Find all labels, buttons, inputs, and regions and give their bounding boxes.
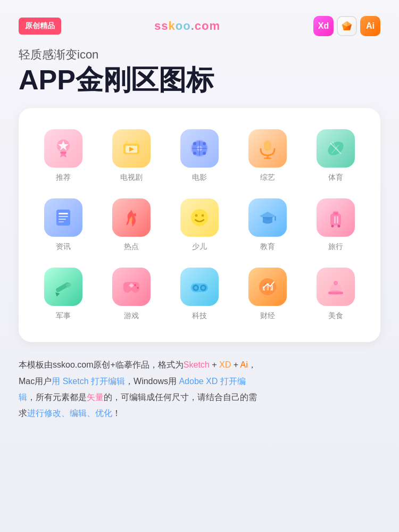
tv-icon xyxy=(112,129,151,168)
list-item: 财经 xyxy=(234,262,302,326)
svg-point-13 xyxy=(135,140,138,144)
page-wrapper: 原创精品 sskoo.com Xd Ai 轻质感渐变icon APP金刚区图标 xyxy=(0,0,399,532)
svg-point-44 xyxy=(338,225,340,228)
tech-label: 科技 xyxy=(192,311,207,321)
finance-label: 财经 xyxy=(260,311,275,321)
svg-rect-40 xyxy=(333,212,338,215)
icon-card: 推荐 电视剧 xyxy=(19,108,380,342)
tuijian-icon xyxy=(44,129,82,168)
mac-sketch-highlight: 用 Sketch 打开编辑 xyxy=(52,377,125,386)
svg-rect-42 xyxy=(337,216,338,223)
svg-point-18 xyxy=(203,142,206,145)
svg-point-38 xyxy=(274,221,277,223)
subtitle: 轻质感渐变icon xyxy=(19,47,380,63)
svg-point-34 xyxy=(195,214,198,217)
vector-highlight: 矢量 xyxy=(87,393,104,402)
svg-point-58 xyxy=(202,286,205,289)
main-title: APP金刚区图标 xyxy=(19,65,380,95)
game-label: 游戏 xyxy=(124,311,139,321)
svg-rect-26 xyxy=(264,157,271,159)
variety-icon xyxy=(248,129,287,168)
game-icon xyxy=(112,268,151,306)
svg-rect-24 xyxy=(264,140,271,151)
list-item: 军事 xyxy=(29,262,97,326)
svg-point-19 xyxy=(193,152,196,155)
ai-badge: Ai xyxy=(360,16,380,36)
svg-rect-49 xyxy=(130,284,133,288)
svg-rect-28 xyxy=(56,210,70,226)
list-item: 游戏 xyxy=(97,262,165,326)
description: 本模板由sskoo.com原创+临摹作品，格式为Sketch + XD + Ai… xyxy=(19,357,380,422)
title-area: 轻质感渐变icon APP金刚区图标 xyxy=(19,47,380,95)
list-item: 综艺 xyxy=(234,124,302,188)
svg-point-51 xyxy=(137,287,139,289)
travel-label: 旅行 xyxy=(328,242,343,252)
list-item: 资讯 xyxy=(29,193,97,257)
military-icon xyxy=(44,268,82,306)
sketch-highlight: Sketch xyxy=(184,360,210,369)
education-icon xyxy=(248,198,287,237)
movie-icon xyxy=(180,129,219,168)
site-logo: sskoo.com xyxy=(154,19,220,33)
list-item: 美食 xyxy=(302,262,370,326)
svg-rect-8 xyxy=(60,152,66,154)
movie-label: 电影 xyxy=(192,173,207,182)
kids-label: 少儿 xyxy=(192,242,207,252)
list-item: 电影 xyxy=(165,124,234,188)
xd-highlight: XD xyxy=(219,360,231,369)
icon-grid: 推荐 电视剧 xyxy=(29,124,370,326)
original-badge: 原创精品 xyxy=(19,18,61,35)
finance-icon xyxy=(248,268,287,306)
tuijian-label: 推荐 xyxy=(56,173,71,182)
variety-label: 综艺 xyxy=(260,173,275,182)
education-label: 教育 xyxy=(260,242,275,252)
svg-rect-63 xyxy=(328,292,343,294)
hot-label: 热点 xyxy=(124,242,139,252)
header: 原创精品 sskoo.com Xd Ai xyxy=(19,16,380,36)
kids-icon xyxy=(180,198,219,237)
hot-icon xyxy=(112,198,151,237)
food-label: 美食 xyxy=(328,311,343,321)
svg-point-57 xyxy=(194,286,197,289)
svg-point-17 xyxy=(193,142,196,145)
list-item: 体育 xyxy=(302,124,370,188)
list-item: 旅行 xyxy=(302,193,370,257)
edit-highlight: 进行修改、编辑、优化 xyxy=(27,409,112,418)
svg-rect-31 xyxy=(59,219,66,220)
news-icon xyxy=(44,198,82,237)
food-icon xyxy=(317,268,355,306)
tool-badges: Xd Ai xyxy=(313,16,380,36)
sports-icon xyxy=(317,129,355,168)
ai-highlight: Ai xyxy=(240,360,248,369)
list-item: 科技 xyxy=(165,262,234,326)
tv-label: 电视剧 xyxy=(120,173,143,182)
military-label: 军事 xyxy=(56,311,71,321)
svg-point-20 xyxy=(203,152,206,155)
travel-icon xyxy=(317,198,355,237)
svg-rect-30 xyxy=(59,216,68,217)
svg-rect-32 xyxy=(59,221,64,222)
list-item: 电视剧 xyxy=(97,124,165,188)
list-item: 热点 xyxy=(97,193,165,257)
list-item: 教育 xyxy=(234,193,302,257)
sketch-badge xyxy=(337,16,357,36)
tech-icon xyxy=(180,268,219,306)
svg-point-50 xyxy=(134,284,136,286)
svg-point-43 xyxy=(331,225,334,228)
svg-point-35 xyxy=(202,214,204,217)
list-item: 推荐 xyxy=(29,124,97,188)
svg-rect-29 xyxy=(59,213,68,214)
svg-rect-41 xyxy=(334,216,336,223)
svg-marker-9 xyxy=(60,154,66,157)
svg-rect-56 xyxy=(199,286,200,289)
sports-label: 体育 xyxy=(328,173,343,182)
list-item: 少儿 xyxy=(165,193,234,257)
news-label: 资讯 xyxy=(56,242,71,252)
xd-badge: Xd xyxy=(313,16,334,36)
svg-point-33 xyxy=(191,209,208,226)
svg-rect-23 xyxy=(199,141,200,156)
svg-point-62 xyxy=(334,281,338,285)
svg-point-14 xyxy=(125,140,128,144)
